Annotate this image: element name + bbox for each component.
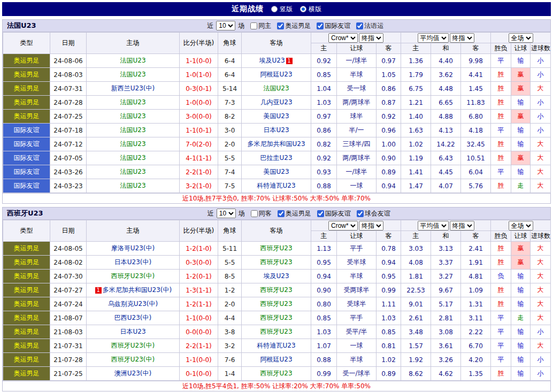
avg-odds-home: 4.08	[401, 256, 431, 270]
away-team-cell: 阿根廷U23	[242, 353, 311, 367]
filter-checkbox-1[interactable]: 奥运男足	[277, 21, 311, 30]
away-team-cell: 西班牙U23	[242, 242, 311, 256]
away-team-name[interactable]: 西班牙U23	[260, 370, 292, 377]
handicap-odds-home: 0.82	[311, 137, 337, 151]
away-team-name[interactable]: 科特迪瓦U23	[257, 182, 295, 189]
match-row: 奥运男足24-07-31新西兰U23(中)0-3(0-1)5-14法国U231.…	[3, 82, 551, 96]
home-team-name[interactable]: 日本U23	[120, 328, 145, 335]
handicap-odds-away: 0.85	[377, 325, 401, 339]
home-team-name[interactable]: 西班牙U23(中)	[111, 356, 155, 363]
filter-checkbox-input[interactable]	[250, 22, 257, 29]
odds-source-select[interactable]: 终指	[359, 221, 383, 230]
home-team-name[interactable]: 多米尼加共和国U23(中)	[103, 286, 172, 294]
handicap-odds-away: 0.97	[377, 54, 401, 68]
filter-checkbox-2[interactable]: 国际友谊	[317, 209, 351, 218]
away-team-name[interactable]: 日本U23	[263, 126, 289, 134]
layout-radio-0[interactable]: 竖版	[271, 5, 293, 14]
goals-result: 大	[531, 256, 551, 270]
odds-source-select[interactable]: 终指	[359, 33, 383, 43]
filter-checkbox-input[interactable]	[317, 22, 324, 29]
odds-source-select[interactable]: 全场	[509, 221, 533, 230]
away-team-name[interactable]: 西班牙U23	[260, 328, 292, 335]
odds-source-select[interactable]: 平均值	[418, 33, 449, 43]
away-team-name[interactable]: 巴拉圭U23	[260, 154, 292, 162]
radio-icon[interactable]	[271, 6, 278, 12]
winloss-result: 平	[491, 124, 511, 137]
home-team-name[interactable]: 西班牙U23(中)	[111, 272, 155, 280]
goals-result: 大	[531, 82, 551, 96]
odds-source-select[interactable]: 全场	[509, 33, 533, 43]
away-team-name[interactable]: 几内亚U23	[260, 98, 292, 106]
match-type: 奥运男足	[3, 96, 50, 110]
away-team-name[interactable]: 美国U23	[263, 112, 289, 120]
handicap-odds-home: 1.13	[311, 242, 337, 256]
away-team-name[interactable]: 美国U23	[263, 168, 289, 175]
home-team-name[interactable]: 巴西U23(中)	[114, 314, 151, 321]
match-row: 奥运男足24-07-28法国U231-0(0-0)7-3几内亚U231.03两/…	[3, 96, 551, 110]
odds-source-select[interactable]: Crow*	[328, 33, 358, 43]
home-team-name[interactable]: 日本U23(中)	[114, 258, 151, 266]
filter-checkbox-2[interactable]: 国际友谊	[317, 21, 350, 30]
recent-count-select[interactable]: 10	[216, 21, 235, 30]
home-team-name[interactable]: 法国U23	[120, 71, 145, 78]
away-team-name[interactable]: 阿根廷U23	[260, 71, 292, 78]
away-team-name[interactable]: 法国U23	[263, 84, 289, 92]
goals-result: 大	[531, 311, 551, 325]
away-team-name[interactable]: 科特迪瓦U23	[257, 342, 295, 349]
home-team-name[interactable]: 法国U23	[120, 168, 145, 175]
home-team-name[interactable]: 法国U23	[120, 57, 145, 64]
away-team-name[interactable]: 埃及U23	[263, 272, 289, 280]
away-team-name[interactable]: 埃及U23	[259, 57, 285, 64]
away-team-name[interactable]: 西班牙U23	[260, 244, 292, 252]
filter-checkbox-0[interactable]: 同客	[251, 209, 272, 218]
home-team-name[interactable]: 乌兹别克U23(中)	[108, 300, 158, 308]
avg-odds-home: 1.92	[401, 353, 431, 367]
filter-checkbox-input[interactable]	[251, 210, 258, 217]
home-team-name[interactable]: 摩洛哥U23(中)	[111, 244, 155, 252]
avg-odds-draw: 3.26	[431, 353, 461, 367]
filter-checkbox-input[interactable]	[356, 22, 363, 29]
odds-source-select[interactable]: 平均值	[418, 221, 449, 230]
home-team-name[interactable]: 法国U23	[120, 112, 145, 120]
match-date: 24-07-05	[50, 151, 87, 165]
layout-radio-1[interactable]: 横版	[300, 5, 321, 14]
corners-cell: 3-2	[218, 339, 242, 353]
odds-source-select[interactable]: 终指	[450, 33, 474, 43]
home-team-name[interactable]: 法国U23	[120, 98, 145, 106]
radio-icon[interactable]	[300, 6, 306, 12]
filter-checkbox-input[interactable]	[277, 22, 284, 29]
away-team-name[interactable]: 多米尼加共和国U23	[247, 140, 305, 148]
home-team-name[interactable]: 法国U23	[120, 182, 145, 189]
handicap-result: 输	[511, 283, 531, 297]
home-team-name[interactable]: 法国U23	[120, 126, 145, 134]
filter-checkbox-input[interactable]	[317, 210, 324, 217]
filter-checkbox-3[interactable]: 球会友谊	[357, 209, 390, 218]
away-team-name[interactable]: 阿根廷U23	[260, 356, 292, 363]
filter-checkbox-input[interactable]	[357, 210, 364, 217]
score-cell: 7-0(2-0)	[180, 137, 218, 151]
filter-checkbox-input[interactable]	[278, 210, 285, 217]
handicap-result: 赢	[511, 256, 531, 270]
away-team-name[interactable]: 西班牙U23	[260, 300, 292, 308]
odds-source-select[interactable]: 终指	[450, 221, 474, 230]
filter-checkbox-3[interactable]: 法语运	[356, 21, 383, 30]
home-team-name[interactable]: 澳洲U23(中)	[114, 370, 151, 377]
corners-cell: 2-0	[218, 137, 242, 151]
home-team-name[interactable]: 法国U23	[120, 154, 145, 162]
sub-column-header-1: 让球	[337, 43, 377, 54]
home-team-name[interactable]: 新西兰U23(中)	[111, 84, 155, 92]
filter-checkbox-0[interactable]: 同主	[250, 21, 271, 30]
odds-source-select[interactable]: Crow*	[328, 221, 358, 230]
filter-checkbox-1[interactable]: 奥运男足	[278, 209, 311, 218]
page-title: 近期战绩	[232, 4, 264, 14]
away-team-name[interactable]: 西班牙U23	[260, 258, 292, 266]
handicap-result: 输	[511, 137, 531, 151]
home-team-name[interactable]: 法国U23	[120, 140, 145, 148]
away-team-name[interactable]: 西班牙U23	[260, 286, 292, 294]
away-team-name[interactable]: 西班牙U23	[260, 314, 292, 321]
avg-odds-draw: 4.45	[431, 165, 461, 179]
column-header-0: 类型	[3, 220, 50, 242]
recent-count-select[interactable]: 10	[217, 209, 236, 218]
match-type: 奥运男足	[3, 110, 50, 124]
home-team-name[interactable]: 西班牙U23(中)	[111, 342, 155, 349]
